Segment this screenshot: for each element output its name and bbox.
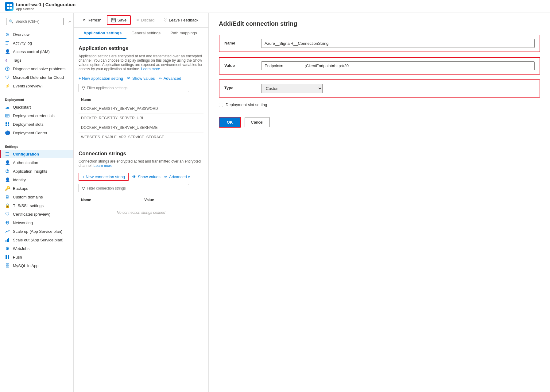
sidebar-item-configuration[interactable]: Configuration xyxy=(0,150,73,158)
certificates-icon: 🛡 xyxy=(5,212,10,217)
sidebar-item-label: Events (preview) xyxy=(13,84,43,88)
sidebar-item-push[interactable]: Push xyxy=(0,253,73,261)
sidebar-item-certificates[interactable]: 🛡 Certificates (preview) xyxy=(0,210,73,218)
push-icon xyxy=(5,255,10,259)
svg-rect-12 xyxy=(6,116,8,117)
sidebar-item-identity[interactable]: 👤 Identity xyxy=(0,175,73,184)
app-settings-table: Name DOCKER_REGISTRY_SERVER_PASSWORD DOC… xyxy=(79,96,203,142)
backups-icon: 🔑 xyxy=(5,186,10,191)
sidebar-item-deployment-slots[interactable]: Deployment slots xyxy=(0,120,73,129)
sidebar-item-backups[interactable]: 🔑 Backups xyxy=(0,184,73,193)
svg-rect-26 xyxy=(6,240,6,242)
table-row: WEBSITES_ENABLE_APP_SERVICE_STORAGE xyxy=(79,133,203,142)
sidebar-item-webjobs[interactable]: ⚙ WebJobs xyxy=(0,244,73,253)
dialog-type-select[interactable]: Custom SQLServer SQLAzure MySQL PostgreS… xyxy=(261,84,323,93)
save-button[interactable]: 💾 Save xyxy=(107,15,131,25)
sidebar-item-label: Custom domains xyxy=(13,195,43,199)
sidebar-item-authentication[interactable]: 👤 Authentication xyxy=(0,158,73,167)
sidebar-item-label: Configuration xyxy=(13,152,39,156)
svg-rect-0 xyxy=(7,4,9,6)
sidebar-item-scale-out[interactable]: Scale out (App Service plan) xyxy=(0,236,73,244)
sidebar-item-networking[interactable]: Networking xyxy=(0,218,73,227)
sidebar-item-label: Diagnose and solve problems xyxy=(13,67,65,71)
new-connection-string-link[interactable]: + New connection string xyxy=(79,173,129,181)
sidebar-item-tags[interactable]: 🏷 Tags xyxy=(0,56,73,64)
conn-strings-filter-input[interactable] xyxy=(87,186,186,190)
sidebar-search[interactable]: 🔍 xyxy=(6,18,64,25)
svg-rect-3 xyxy=(10,7,12,9)
sidebar-item-label: Deployment Center xyxy=(13,131,47,135)
conn-advanced-link[interactable]: ✏ Advanced e xyxy=(164,175,190,179)
sidebar-collapse-button[interactable]: « xyxy=(68,20,71,25)
sidebar-item-diagnose[interactable]: Diagnose and solve problems xyxy=(0,64,73,73)
conn-learn-more-link[interactable]: Learn more xyxy=(94,163,112,168)
scale-up-icon xyxy=(5,229,10,234)
sidebar-item-app-insights[interactable]: Application Insights xyxy=(0,167,73,175)
svg-rect-31 xyxy=(6,257,7,259)
tab-path-mappings[interactable]: Path mappings xyxy=(165,28,202,39)
sidebar-item-mysql[interactable]: 🗄 MySQL In App xyxy=(0,261,73,270)
dialog-value-input[interactable] xyxy=(261,61,535,70)
dialog-ok-button[interactable]: OK xyxy=(219,117,241,128)
sidebar-item-scale-up[interactable]: Scale up (App Service plan) xyxy=(0,227,73,236)
page-subtitle: App Service xyxy=(16,7,76,11)
conn-strings-filter[interactable]: ▽ xyxy=(79,184,189,192)
custom-domains-icon: 🖥 xyxy=(5,194,10,199)
sidebar-item-defender[interactable]: 🛡 Microsoft Defender for Cloud xyxy=(0,73,73,82)
deployment-section-header: Deployment xyxy=(0,94,73,103)
conn-show-values-link[interactable]: 👁 Show values xyxy=(132,175,161,179)
diagnose-icon xyxy=(5,66,10,71)
sidebar-item-access-control[interactable]: 👤 Access control (IAM) xyxy=(0,47,73,56)
sidebar-item-label: Networking xyxy=(13,221,33,225)
sidebar-item-label: MySQL In App xyxy=(13,263,38,268)
app-settings-section: Application settings Application setting… xyxy=(79,45,203,142)
tab-app-settings[interactable]: Application settings xyxy=(79,28,126,39)
middle-panel: ↺ Refresh 💾 Save ✕ Discard ♡ Leave Feedb… xyxy=(74,13,209,392)
sidebar-item-label: WebJobs xyxy=(13,246,29,251)
app-settings-filter[interactable]: ▽ xyxy=(79,84,189,92)
feedback-button[interactable]: ♡ Leave Feedback xyxy=(160,16,202,25)
dialog-type-label: Type xyxy=(224,84,261,90)
overview-icon: ⊙ xyxy=(5,32,10,37)
tabs: Application settings General settings Pa… xyxy=(74,28,208,39)
networking-icon xyxy=(5,220,10,225)
defender-icon: 🛡 xyxy=(5,75,10,80)
new-app-setting-link[interactable]: + New application setting xyxy=(79,76,123,81)
deployment-slot-label: Deployment slot setting xyxy=(226,102,267,107)
sidebar-item-activity-log[interactable]: Activity log xyxy=(0,39,73,47)
svg-rect-10 xyxy=(6,114,9,117)
search-input[interactable] xyxy=(15,19,61,24)
sidebar-item-deployment-credentials[interactable]: Deployment credentials xyxy=(0,111,73,120)
tab-general-settings[interactable]: General settings xyxy=(126,28,165,39)
sidebar: 🔍 « ⊙ Overview Activity log 👤 Access con… xyxy=(0,13,74,392)
svg-rect-4 xyxy=(6,41,9,42)
show-values-link[interactable]: 👁 Show values xyxy=(127,76,155,81)
conn-strings-title: Connection strings xyxy=(79,151,203,157)
advanced-link[interactable]: ✏ Advanced xyxy=(159,76,181,81)
sidebar-item-overview[interactable]: ⊙ Overview xyxy=(0,30,73,39)
discard-button[interactable]: ✕ Discard xyxy=(132,16,158,25)
table-row: DOCKER_REGISTRY_SERVER_PASSWORD xyxy=(79,104,203,113)
app-settings-desc: Application settings are encrypted at re… xyxy=(79,54,203,71)
svg-rect-16 xyxy=(8,125,9,126)
svg-rect-1 xyxy=(10,4,12,6)
sidebar-item-tls-ssl[interactable]: 🔒 TLS/SSL settings xyxy=(0,201,73,210)
deployment-slot-checkbox[interactable] xyxy=(219,103,223,107)
dialog-footer: OK Cancel xyxy=(219,117,540,128)
app-settings-filter-input[interactable] xyxy=(87,86,186,90)
sidebar-item-quickstart[interactable]: ☁ Quickstart xyxy=(0,103,73,111)
sidebar-item-events[interactable]: ⚡ Events (preview) xyxy=(0,82,73,90)
sidebar-item-label: Overview xyxy=(13,32,29,37)
svg-rect-13 xyxy=(6,122,7,124)
sidebar-item-custom-domains[interactable]: 🖥 Custom domains xyxy=(0,193,73,201)
sidebar-item-deployment-center[interactable]: 🔵 Deployment Center xyxy=(0,129,73,137)
dialog-name-input[interactable] xyxy=(261,39,535,48)
svg-rect-27 xyxy=(7,239,8,242)
activity-log-icon xyxy=(5,40,10,45)
svg-rect-11 xyxy=(6,115,9,116)
dialog-value-label: Value xyxy=(224,61,261,68)
events-icon: ⚡ xyxy=(5,83,10,88)
learn-more-link[interactable]: Learn more xyxy=(141,67,160,71)
refresh-button[interactable]: ↺ Refresh xyxy=(79,16,106,25)
dialog-cancel-button[interactable]: Cancel xyxy=(245,117,270,127)
